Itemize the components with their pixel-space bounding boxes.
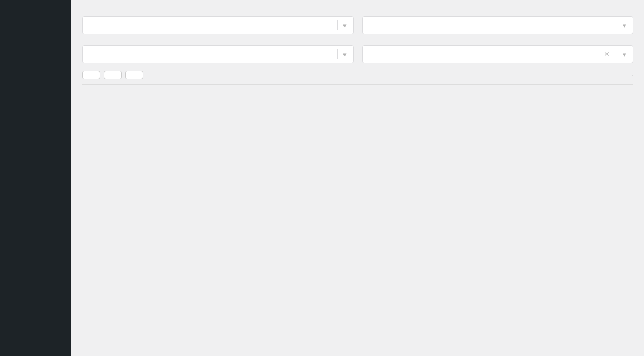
services-select[interactable]: ▾ (82, 16, 354, 34)
status-select[interactable]: × ▾ (362, 45, 634, 63)
main-content: ▾ ▾ ▾ (71, 0, 644, 356)
next-button[interactable] (125, 71, 143, 79)
view-switcher (632, 75, 633, 76)
chevron-down-icon: ▾ (623, 50, 626, 59)
today-button[interactable] (82, 71, 100, 79)
locations-select[interactable]: ▾ (362, 16, 634, 34)
chevron-down-icon: ▾ (623, 21, 626, 30)
chevron-down-icon: ▾ (343, 50, 347, 59)
calendar-grid (82, 84, 633, 85)
filters-row: ▾ ▾ ▾ (82, 13, 633, 63)
employees-select[interactable]: ▾ (82, 45, 354, 63)
previous-button[interactable] (104, 71, 122, 79)
chevron-down-icon: ▾ (343, 21, 347, 30)
admin-sidebar (0, 0, 71, 356)
calendar-toolbar (82, 71, 633, 79)
clear-status-icon[interactable]: × (604, 49, 609, 59)
